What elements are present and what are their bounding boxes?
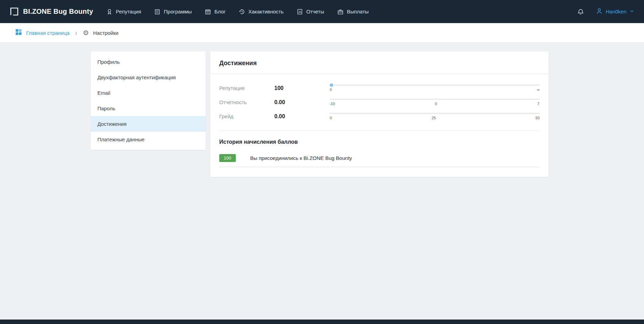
metric-value: 0.00 — [274, 113, 316, 120]
slider-track — [329, 84, 540, 86]
footer-bar — [0, 320, 644, 324]
history-section: История начисления баллов 100 Вы присоед… — [210, 131, 549, 167]
settings-sidebar: Профиль Двухфакторная аутентификация Ema… — [91, 51, 206, 150]
sidebar-item-password[interactable]: Пароль — [91, 101, 206, 116]
nav-hackactivity[interactable]: Хакактивность — [239, 9, 284, 15]
slider-scale: 0 25 50 — [329, 116, 540, 120]
slider-scale: -10 0 7 — [329, 102, 540, 106]
grade-slider: 0 25 50 — [316, 113, 540, 120]
hackactivity-icon — [239, 9, 245, 15]
sidebar-item-profile[interactable]: Профиль — [91, 54, 206, 70]
slider-track — [329, 113, 540, 114]
reporting-slider: -10 0 7 — [316, 99, 540, 106]
blog-icon — [205, 9, 211, 15]
achievements-panel: Достижения Репутация 100 0 ∞ О — [210, 51, 549, 177]
programs-icon — [154, 9, 160, 15]
metric-value: 0.00 — [274, 99, 316, 105]
nav-programs[interactable]: Программы — [154, 9, 192, 15]
reputation-slider: 0 ∞ — [316, 84, 540, 92]
metric-label: Грейд — [219, 113, 274, 119]
home-grid-icon — [15, 29, 22, 37]
scale-min: -10 — [329, 102, 335, 106]
chevron-right-icon: › — [75, 29, 77, 36]
scale-mid: 0 — [434, 102, 437, 106]
sidebar-item-payment-details[interactable]: Платежные данные — [91, 132, 206, 147]
metric-label: Репутация — [219, 85, 274, 91]
breadcrumb-home[interactable]: Главная страница — [15, 29, 70, 37]
metric-row-grade: Грейд 0.00 0 25 50 — [219, 113, 540, 120]
breadcrumb-home-label: Главная страница — [26, 30, 70, 36]
nav-label: Хакактивность — [249, 9, 284, 14]
nav-label: Репутация — [116, 9, 141, 14]
points-badge: 100 — [219, 154, 236, 162]
metrics-section: Репутация 100 0 ∞ Отчетность 0.00 — [210, 74, 549, 129]
main-content: Профиль Двухфакторная аутентификация Ema… — [91, 51, 644, 177]
breadcrumb: Главная страница › ⚙ Настройки — [0, 23, 644, 43]
metric-value: 100 — [274, 85, 316, 91]
username: Han0ken — [606, 9, 626, 14]
notifications-bell-icon[interactable] — [577, 8, 584, 15]
scale-max: 50 — [536, 116, 540, 120]
nav-label: Отчеты — [306, 9, 324, 14]
chevron-down-icon — [630, 9, 634, 15]
nav-label: Выплаты — [347, 9, 369, 14]
slider-marker — [330, 83, 333, 87]
scale-min: 0 — [329, 88, 332, 92]
nav-label: Блог — [214, 9, 225, 14]
top-nav: BI.ZONE Bug Bounty Репутация Программы — [0, 0, 644, 23]
slider-track — [329, 99, 540, 100]
panel-title: Достижения — [210, 51, 549, 74]
reputation-icon — [106, 9, 113, 15]
sidebar-item-2fa[interactable]: Двухфакторная аутентификация — [91, 70, 206, 85]
bizone-logo-icon — [10, 7, 19, 16]
payouts-icon — [337, 9, 344, 15]
breadcrumb-current: ⚙ Настройки — [83, 29, 119, 36]
logo[interactable]: BI.ZONE Bug Bounty — [10, 7, 93, 16]
metric-row-reporting: Отчетность 0.00 -10 0 7 — [219, 99, 540, 106]
reports-icon — [297, 9, 303, 15]
main-nav: Репутация Программы Блог — [106, 9, 369, 15]
logo-text: BI.ZONE Bug Bounty — [23, 8, 93, 16]
user-icon — [596, 8, 603, 16]
scale-max: 7 — [537, 102, 540, 106]
gear-icon: ⚙ — [83, 29, 89, 36]
metric-row-reputation: Репутация 100 0 ∞ — [219, 84, 540, 92]
scale-max: ∞ — [537, 88, 540, 92]
history-row: 100 Вы присоединились к Bi.ZONE Bug Boun… — [219, 154, 540, 167]
nav-right: Han0ken — [577, 8, 634, 16]
slider-scale: 0 ∞ — [329, 88, 540, 92]
scale-min: 0 — [329, 116, 332, 120]
history-entry-text: Вы присоединились к Bi.ZONE Bug Bounty — [250, 155, 352, 161]
nav-reputation[interactable]: Репутация — [106, 9, 141, 15]
nav-reports[interactable]: Отчеты — [297, 9, 324, 15]
scale-mid: 25 — [432, 116, 436, 120]
user-menu[interactable]: Han0ken — [596, 8, 634, 16]
nav-blog[interactable]: Блог — [205, 9, 225, 15]
scale-mid — [433, 88, 436, 92]
metric-label: Отчетность — [219, 99, 274, 105]
breadcrumb-current-label: Настройки — [93, 30, 119, 36]
history-title: История начисления баллов — [219, 139, 540, 145]
nav-payouts[interactable]: Выплаты — [337, 9, 369, 15]
sidebar-item-email[interactable]: Email — [91, 85, 206, 101]
nav-label: Программы — [164, 9, 192, 14]
sidebar-item-achievements[interactable]: Достижения — [91, 116, 206, 132]
